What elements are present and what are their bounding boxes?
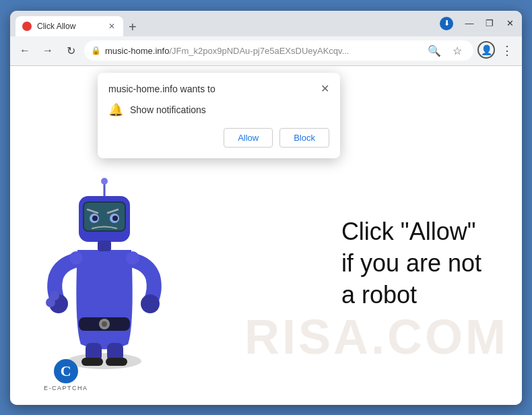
forward-icon: →: [42, 44, 53, 57]
click-allow-text: Click "Allow" if you are not a robot: [341, 216, 481, 311]
notification-popup: music-home.info wants to ✕ 🔔 Show notifi…: [98, 73, 340, 158]
svg-point-3: [102, 321, 107, 327]
block-button[interactable]: Block: [279, 128, 329, 148]
tab-favicon: [22, 22, 32, 31]
reload-icon: ↻: [67, 44, 75, 57]
minimize-button[interactable]: —: [463, 18, 476, 28]
popup-close-button[interactable]: ✕: [321, 84, 329, 94]
download-icon[interactable]: ⬇: [440, 17, 453, 30]
svg-point-11: [92, 216, 98, 221]
svg-point-24: [69, 251, 83, 265]
title-bar: Click Allow ✕ + ⬇ — ❐ ✕: [10, 11, 522, 36]
svg-rect-23: [106, 358, 127, 366]
bell-icon: 🔔: [108, 102, 123, 117]
page-content: RISA.COM: [10, 66, 522, 405]
robot-image: [30, 129, 205, 385]
maximize-button[interactable]: ❐: [483, 18, 496, 28]
address-bar[interactable]: 🔒 music-home.info/JFm_k2pox9pNDAu-pj7e5a…: [84, 40, 473, 61]
tab-close-button[interactable]: ✕: [107, 22, 117, 31]
permission-text: Show notifications: [130, 104, 206, 115]
window-controls: — ❐ ✕: [463, 18, 517, 28]
watermark-text: RISA.COM: [244, 309, 508, 364]
robot-svg: [30, 129, 178, 371]
click-allow-line3: a robot: [341, 280, 481, 311]
url-domain: music-home.info: [105, 46, 169, 56]
svg-point-19: [50, 291, 59, 300]
popup-permission-row: 🔔 Show notifications: [108, 102, 329, 117]
click-allow-line2: if you are not: [341, 248, 481, 280]
lock-icon: 🔒: [91, 46, 101, 55]
allow-button[interactable]: Allow: [224, 128, 273, 148]
svg-point-25: [126, 251, 139, 265]
click-allow-line1: Click "Allow": [341, 216, 481, 248]
back-icon: ←: [20, 44, 30, 57]
profile-button[interactable]: 👤: [477, 41, 495, 59]
tab-title: Click Allow: [37, 22, 102, 31]
url-path: /JFm_k2pox9pNDAu-pj7e5aEXsDUeyAKcqv...: [169, 46, 349, 56]
ecaptcha-logo: C E-CAPTCHA: [44, 359, 88, 391]
back-button[interactable]: ←: [15, 41, 34, 60]
forward-button[interactable]: →: [38, 41, 57, 60]
toolbar: ← → ↻ 🔒 music-home.info/JFm_k2pox9pNDAu-…: [10, 36, 522, 66]
tab-area: Click Allow ✕ +: [15, 11, 436, 36]
browser-window: Click Allow ✕ + ⬇ — ❐ ✕ ← → ↻ 🔒 music-ho…: [10, 11, 522, 405]
svg-point-12: [112, 216, 118, 221]
svg-point-14: [101, 178, 108, 185]
new-tab-button[interactable]: +: [129, 20, 137, 34]
more-menu-button[interactable]: ⋮: [498, 41, 517, 60]
popup-buttons: Allow Block: [108, 128, 329, 148]
bookmark-button[interactable]: ☆: [448, 41, 467, 60]
toolbar-icons: 👤 ⋮: [477, 41, 517, 60]
close-button[interactable]: ✕: [503, 18, 517, 28]
popup-header: music-home.info wants to ✕: [108, 84, 329, 94]
svg-rect-15: [98, 241, 111, 251]
active-tab[interactable]: Click Allow ✕: [15, 16, 123, 36]
ecaptcha-icon: C: [54, 359, 78, 383]
svg-point-17: [141, 294, 160, 313]
ecaptcha-label: E-CAPTCHA: [44, 385, 88, 391]
reload-button[interactable]: ↻: [61, 41, 80, 60]
url-text: music-home.info/JFm_k2pox9pNDAu-pj7e5aEX…: [105, 46, 421, 56]
search-button[interactable]: 🔍: [425, 41, 444, 60]
popup-title: music-home.info wants to: [108, 84, 215, 94]
